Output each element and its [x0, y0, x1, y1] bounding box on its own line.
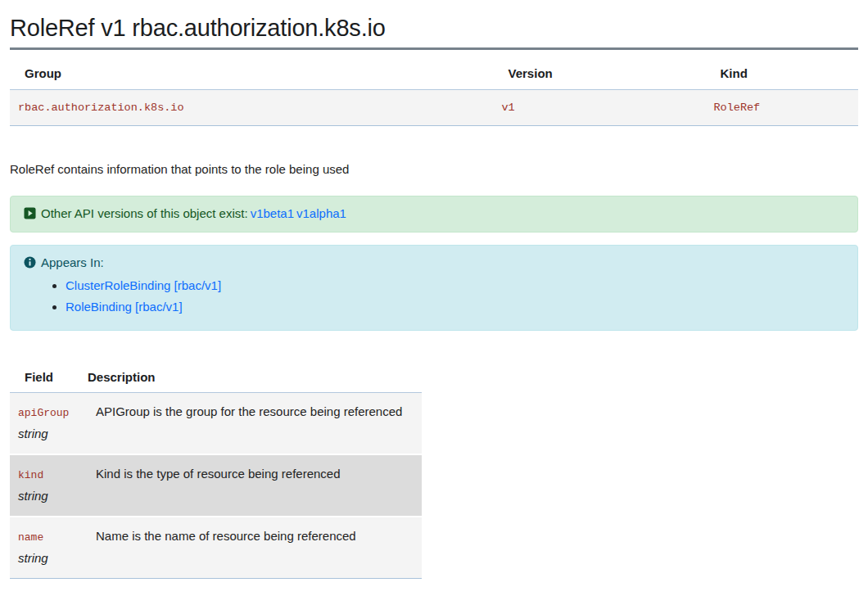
page-title: RoleRef v1 rbac.authorization.k8s.io — [10, 15, 858, 42]
gvk-header-version: Version — [494, 60, 706, 90]
field-description: Name is the name of resource being refer… — [88, 517, 422, 579]
appears-in-label: Appears In: — [41, 255, 104, 269]
fields-header-description: Description — [88, 363, 422, 393]
table-row: apiGroup string APIGroup is the group fo… — [10, 393, 422, 455]
page-container: RoleRef v1 rbac.authorization.k8s.io Gro… — [0, 15, 868, 579]
field-description: APIGroup is the group for the resource b… — [88, 393, 422, 455]
gvk-kind-value: RoleRef — [706, 90, 858, 126]
table-row: kind string Kind is the type of resource… — [10, 454, 422, 517]
appears-in-link-clusterrolebinding[interactable]: ClusterRoleBinding [rbac/v1] — [66, 278, 221, 292]
fields-table: Field Description apiGroup string APIGro… — [10, 363, 422, 579]
field-type: string — [18, 551, 79, 565]
field-name: name — [18, 531, 43, 544]
field-type: string — [18, 489, 79, 503]
fields-header-field: Field — [10, 363, 88, 393]
table-row: name string Name is the name of resource… — [10, 517, 422, 579]
appears-in-list: ClusterRoleBinding [rbac/v1] RoleBinding… — [24, 278, 844, 314]
resource-description: RoleRef contains information that points… — [10, 162, 858, 176]
title-divider — [10, 47, 858, 50]
info-circle-icon — [24, 256, 36, 271]
field-cell-apigroup: apiGroup string — [10, 393, 88, 455]
appears-in-panel: Appears In: ClusterRoleBinding [rbac/v1]… — [10, 245, 858, 331]
gvk-row: rbac.authorization.k8s.io v1 RoleRef — [10, 90, 858, 126]
appears-in-link-rolebinding[interactable]: RoleBinding [rbac/v1] — [66, 300, 183, 314]
gvk-table: Group Version Kind rbac.authorization.k8… — [10, 60, 858, 126]
field-type: string — [18, 427, 79, 440]
fields-header-row: Field Description — [10, 363, 422, 393]
appears-in-header: Appears In: — [24, 255, 844, 271]
gvk-header-group: Group — [10, 60, 494, 90]
caret-square-right-icon — [24, 207, 36, 222]
gvk-group-value: rbac.authorization.k8s.io — [10, 90, 494, 126]
gvk-header-kind: Kind — [706, 60, 858, 90]
other-version-link-v1beta1[interactable]: v1beta1 — [251, 206, 294, 220]
other-versions-label: Other API versions of this object exist: — [41, 206, 248, 220]
list-item: ClusterRoleBinding [rbac/v1] — [66, 278, 844, 292]
gvk-header-row: Group Version Kind — [10, 60, 858, 90]
list-item: RoleBinding [rbac/v1] — [66, 300, 844, 314]
field-description: Kind is the type of resource being refer… — [88, 454, 422, 517]
field-cell-kind: kind string — [10, 454, 88, 517]
field-name: apiGroup — [18, 407, 69, 419]
field-cell-name: name string — [10, 517, 88, 579]
other-versions-banner: Other API versions of this object exist:… — [10, 196, 858, 233]
other-version-link-v1alpha1[interactable]: v1alpha1 — [296, 206, 346, 220]
gvk-version-value: v1 — [494, 90, 706, 126]
field-name: kind — [18, 469, 43, 481]
